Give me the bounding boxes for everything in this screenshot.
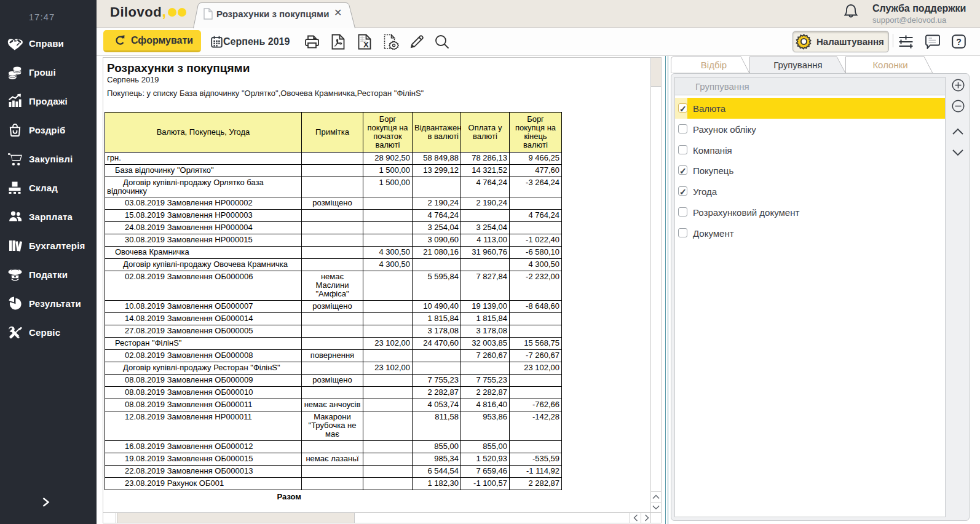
svg-text:?: ? bbox=[956, 37, 962, 47]
svg-text:X: X bbox=[363, 40, 369, 49]
